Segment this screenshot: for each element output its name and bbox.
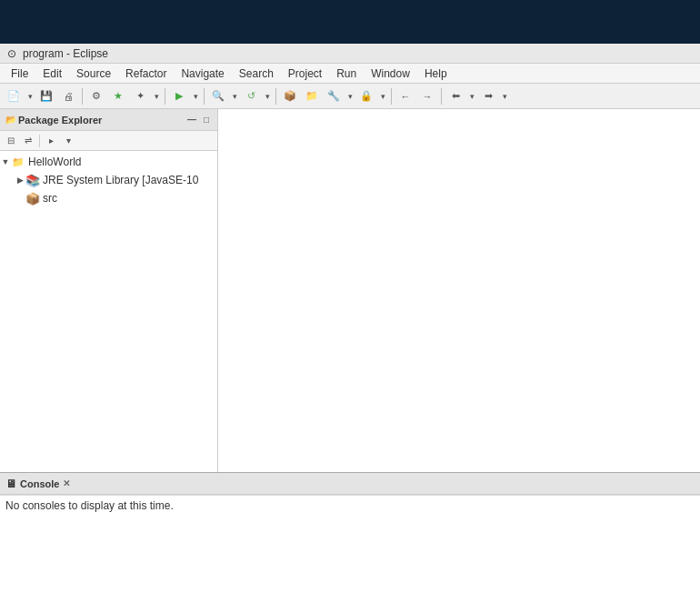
menu-edit[interactable]: Edit: [35, 65, 69, 82]
run-ext-button[interactable]: ✦: [130, 86, 150, 106]
new-file-button[interactable]: 📄: [4, 86, 24, 106]
open-type-button[interactable]: 📦: [280, 86, 300, 106]
console-tab: 🖥 Console ✕: [5, 477, 70, 490]
tool2-button[interactable]: 🔒: [356, 86, 376, 106]
menu-file[interactable]: File: [4, 65, 35, 82]
package-explorer-icon: 📂: [4, 113, 18, 127]
console-close-button[interactable]: ✕: [63, 478, 70, 488]
top-bar: [0, 0, 700, 44]
tool2-dropdown[interactable]: ▾: [378, 86, 387, 106]
expand-icon[interactable]: ▼: [0, 156, 11, 167]
view-menu-button[interactable]: ▸: [43, 133, 59, 149]
menu-window[interactable]: Window: [364, 65, 417, 82]
tree-item-helloworld[interactable]: ▼ 📁 HelloWorld: [0, 153, 217, 171]
console-message: No consoles to display at this time.: [5, 499, 174, 512]
maximize-button[interactable]: □: [199, 113, 214, 127]
src-icon: 📦: [25, 191, 40, 206]
view-menu-down[interactable]: ▾: [60, 133, 76, 149]
play-dropdown[interactable]: ▾: [191, 86, 200, 106]
back-button[interactable]: ←: [395, 86, 415, 106]
menu-search[interactable]: Search: [232, 65, 281, 82]
nav-fwd-button[interactable]: ➡: [478, 86, 498, 106]
menu-navigate[interactable]: Navigate: [174, 65, 231, 82]
project-icon: 📁: [11, 155, 25, 169]
print-button[interactable]: 🖨: [58, 86, 78, 106]
title-bar: ⊙ program - Eclipse: [0, 44, 700, 64]
console-header: 🖥 Console ✕: [0, 473, 700, 495]
search-button[interactable]: 🔍: [208, 86, 228, 106]
window-title: program - Eclipse: [23, 47, 108, 60]
minimize-button[interactable]: —: [185, 113, 199, 127]
menu-source[interactable]: Source: [69, 65, 118, 82]
menu-help[interactable]: Help: [417, 65, 455, 82]
search-dropdown[interactable]: ▾: [230, 86, 239, 106]
tree-item-jre[interactable]: ▶ 📚 JRE System Library [JavaSE-10: [0, 171, 217, 189]
console-content: No consoles to display at this time.: [0, 495, 700, 516]
toolbar-separator-3: [204, 88, 205, 105]
toolbar-separator-4: [275, 88, 276, 105]
src-expand-icon: [15, 193, 25, 204]
main-toolbar: 📄 ▾ 💾 🖨 ⚙ ★ ✦ ▾ ▶ ▾ 🔍 ▾ ↺ ▾ 📦 📁 🔧 ▾ 🔒 ▾ …: [0, 84, 700, 109]
nav-fwd-dropdown[interactable]: ▾: [500, 86, 509, 106]
menu-project[interactable]: Project: [281, 65, 329, 82]
refresh-dropdown[interactable]: ▾: [263, 86, 272, 106]
jre-label: JRE System Library [JavaSE-10: [43, 174, 198, 186]
new-file-dropdown[interactable]: ▾: [25, 86, 35, 106]
nav-back-button[interactable]: ⬅: [445, 86, 465, 106]
menu-refactor[interactable]: Refactor: [118, 65, 174, 82]
console-icon: 🖥: [5, 477, 16, 490]
eclipse-icon: ⊙: [5, 47, 18, 60]
play-button[interactable]: ▶: [169, 86, 189, 106]
link-editor-button[interactable]: ⇌: [20, 133, 36, 149]
open-resource-button[interactable]: 📁: [302, 86, 322, 106]
save-button[interactable]: 💾: [36, 86, 56, 106]
project-label: HelloWorld: [28, 156, 81, 168]
forward-button[interactable]: →: [417, 86, 437, 106]
run-ext-dropdown[interactable]: ▾: [152, 86, 161, 106]
package-explorer-header: 📂 Package Explorer — □: [0, 109, 217, 131]
tool1-button[interactable]: 🔧: [324, 86, 344, 106]
tree-item-src[interactable]: 📦 src: [0, 189, 217, 207]
library-icon: 📚: [25, 173, 40, 187]
toolbar-separator-6: [441, 88, 442, 105]
nav-back-dropdown[interactable]: ▾: [467, 86, 476, 106]
collapse-all-button[interactable]: ⊟: [3, 133, 19, 149]
main-area: 📂 Package Explorer — □ ⊟ ⇌ ▸ ▾ ▼ 📁 Hello…: [0, 109, 700, 613]
package-explorer-title: Package Explorer: [18, 115, 185, 126]
src-label: src: [43, 192, 57, 205]
run-last-button[interactable]: ★: [108, 86, 128, 106]
jre-expand-icon[interactable]: ▶: [15, 175, 25, 186]
toolbar-separator-2: [165, 88, 165, 105]
console-panel: 🖥 Console ✕ No consoles to display at th…: [0, 472, 700, 613]
toolbar-separator-5: [391, 88, 392, 105]
properties-button[interactable]: ⚙: [86, 86, 106, 106]
toolbar-separator-1: [82, 88, 83, 105]
refresh-button[interactable]: ↺: [241, 86, 261, 106]
package-explorer-toolbar: ⊟ ⇌ ▸ ▾: [0, 131, 217, 151]
menu-run[interactable]: Run: [329, 65, 364, 82]
tool1-dropdown[interactable]: ▾: [345, 86, 355, 106]
console-title: Console: [20, 478, 59, 489]
panel-toolbar-sep: [39, 135, 40, 147]
menu-bar: File Edit Source Refactor Navigate Searc…: [0, 64, 700, 84]
